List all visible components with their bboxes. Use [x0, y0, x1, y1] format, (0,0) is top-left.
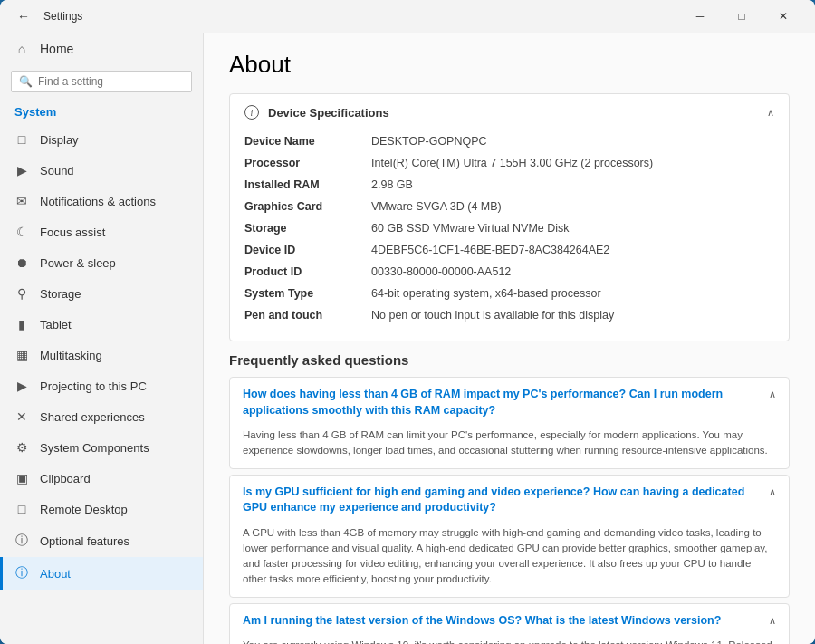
home-icon: ⌂ — [14, 42, 29, 56]
sidebar-label-focus: Focus assist — [40, 226, 105, 239]
sidebar-item-display[interactable]: □ Display — [0, 124, 203, 155]
window-controls: ─ □ ✕ — [679, 0, 804, 33]
device-specs-chevron-icon: ∧ — [767, 107, 774, 119]
faq-item-1: How does having less than 4 GB of RAM im… — [229, 377, 790, 469]
notifications-icon: ✉ — [14, 194, 29, 208]
device-specs-body: Device Name DESKTOP-GOPNQPC Processor In… — [230, 130, 789, 341]
window-title: Settings — [43, 10, 679, 23]
spec-label-device-id: Device ID — [244, 244, 371, 256]
spec-value-pen-touch: No pen or touch input is available for t… — [371, 309, 774, 322]
spec-label-storage: Storage — [244, 222, 371, 235]
remote-icon: □ — [14, 502, 29, 516]
optional-icon: ⓘ — [14, 533, 29, 549]
sidebar-item-notifications[interactable]: ✉ Notifications & actions — [0, 186, 203, 216]
faq-chevron-2-icon: ∧ — [769, 486, 776, 498]
spec-row-processor: Processor Intel(R) Core(TM) Ultra 7 155H… — [244, 152, 774, 174]
faq-question-1: How does having less than 4 GB of RAM im… — [243, 387, 762, 418]
faq-header-1[interactable]: How does having less than 4 GB of RAM im… — [230, 378, 789, 428]
sidebar-item-projecting[interactable]: ▶ Projecting to this PC — [0, 370, 203, 401]
sidebar-item-clipboard[interactable]: ▣ Clipboard — [0, 463, 203, 494]
sidebar-label-about: About — [40, 567, 71, 581]
faq-chevron-1-icon: ∧ — [769, 389, 776, 400]
faq-header-3[interactable]: Am I running the latest version of the W… — [230, 604, 789, 639]
focus-icon: ☾ — [14, 225, 29, 239]
spec-value-processor: Intel(R) Core(TM) Ultra 7 155H 3.00 GHz … — [371, 157, 774, 169]
search-input[interactable] — [38, 75, 184, 88]
spec-label-processor: Processor — [244, 157, 371, 169]
sidebar-item-about[interactable]: ⓘ About — [0, 557, 203, 590]
spec-value-product-id: 00330-80000-00000-AA512 — [371, 265, 774, 278]
faq-answer-2: A GPU with less than 4GB of memory may s… — [230, 525, 789, 597]
sidebar-section-label: System — [0, 101, 203, 124]
sidebar-item-focus[interactable]: ☾ Focus assist — [0, 216, 203, 247]
sidebar-item-system-components[interactable]: ⚙ System Components — [0, 432, 203, 463]
sidebar-item-optional[interactable]: ⓘ Optional features — [0, 524, 203, 557]
search-box: 🔍 — [11, 71, 192, 92]
sidebar-item-shared[interactable]: ✕ Shared experiences — [0, 401, 203, 432]
sidebar-label-optional: Optional features — [40, 534, 129, 548]
device-specs-header[interactable]: i Device Specifications ∧ — [230, 94, 789, 130]
spec-row-system-type: System Type 64-bit operating system, x64… — [244, 283, 774, 304]
faq-chevron-3-icon: ∧ — [769, 615, 776, 627]
spec-row-graphics: Graphics Card VMware SVGA 3D (4 MB) — [244, 196, 774, 217]
system-components-icon: ⚙ — [14, 440, 29, 455]
spec-row-pen-touch: Pen and touch No pen or touch input is a… — [244, 304, 774, 326]
faq-answer-1: Having less than 4 GB of RAM can limit y… — [230, 428, 789, 468]
minimize-button[interactable]: ─ — [679, 0, 721, 33]
sidebar-label-clipboard: Clipboard — [40, 472, 91, 485]
sidebar-item-remote[interactable]: □ Remote Desktop — [0, 494, 203, 524]
faq-section: Frequently asked questions How does havi… — [229, 352, 790, 644]
home-label: Home — [40, 42, 73, 56]
sidebar-item-storage[interactable]: ⚲ Storage — [0, 278, 203, 309]
maximize-button[interactable]: □ — [721, 0, 762, 33]
sidebar-item-sound[interactable]: ▶ Sound — [0, 155, 203, 186]
sidebar-label-sound: Sound — [40, 164, 74, 178]
sidebar-item-tablet[interactable]: ▮ Tablet — [0, 309, 203, 340]
faq-question-3: Am I running the latest version of the W… — [243, 613, 762, 630]
spec-row-device-name: Device Name DESKTOP-GOPNQPC — [244, 130, 774, 152]
spec-value-device-id: 4DEBF5C6-1CF1-46BE-BED7-8AC384264AE2 — [371, 244, 774, 256]
spec-value-system-type: 64-bit operating system, x64-based proce… — [371, 287, 774, 300]
sidebar-item-power[interactable]: ⏺ Power & sleep — [0, 247, 203, 278]
sidebar-label-remote: Remote Desktop — [40, 503, 128, 516]
spec-label-system-type: System Type — [244, 287, 371, 300]
faq-answer-3: You are currently using Windows 10, it's… — [230, 638, 789, 644]
spec-label-device-name: Device Name — [244, 135, 371, 148]
faq-title: Frequently asked questions — [229, 352, 790, 368]
settings-window: ← Settings ─ □ ✕ ⌂ Home 🔍 System □ Displ… — [0, 0, 815, 644]
main-content: About i Device Specifications ∧ Device N… — [204, 33, 815, 644]
spec-row-ram: Installed RAM 2.98 GB — [244, 174, 774, 196]
storage-icon: ⚲ — [14, 286, 29, 301]
spec-label-ram: Installed RAM — [244, 178, 371, 191]
tablet-icon: ▮ — [14, 317, 29, 332]
spec-value-graphics: VMware SVGA 3D (4 MB) — [371, 200, 774, 213]
faq-header-2[interactable]: Is my GPU sufficient for high end gaming… — [230, 476, 789, 525]
device-specs-info-icon: i — [244, 105, 259, 120]
sidebar-item-home[interactable]: ⌂ Home — [0, 33, 203, 65]
content-area: ⌂ Home 🔍 System □ Display ▶ Sound ✉ Noti… — [0, 33, 815, 644]
page-title: About — [229, 51, 790, 79]
clipboard-icon: ▣ — [14, 471, 29, 485]
close-button[interactable]: ✕ — [762, 0, 804, 33]
faq-question-2: Is my GPU sufficient for high end gaming… — [243, 485, 762, 516]
spec-label-product-id: Product ID — [244, 265, 371, 278]
back-button[interactable]: ← — [11, 4, 36, 29]
sidebar-label-power: Power & sleep — [40, 256, 116, 270]
shared-icon: ✕ — [14, 409, 29, 424]
sidebar-item-multitasking[interactable]: ▦ Multitasking — [0, 340, 203, 370]
about-icon: ⓘ — [14, 565, 29, 582]
spec-row-product-id: Product ID 00330-80000-00000-AA512 — [244, 261, 774, 283]
device-specs-header-left: i Device Specifications — [244, 105, 389, 120]
sidebar-label-shared: Shared experiences — [40, 410, 145, 424]
spec-value-device-name: DESKTOP-GOPNQPC — [371, 135, 774, 148]
device-specs-title: Device Specifications — [268, 106, 389, 120]
device-specs-card: i Device Specifications ∧ Device Name DE… — [229, 93, 790, 341]
sidebar-label-tablet: Tablet — [40, 318, 72, 332]
faq-item-3: Am I running the latest version of the W… — [229, 603, 790, 645]
search-icon: 🔍 — [19, 75, 33, 88]
sidebar: ⌂ Home 🔍 System □ Display ▶ Sound ✉ Noti… — [0, 33, 204, 644]
projecting-icon: ▶ — [14, 379, 29, 393]
power-icon: ⏺ — [14, 255, 29, 270]
sidebar-label-notifications: Notifications & actions — [40, 195, 156, 208]
faq-item-2: Is my GPU sufficient for high end gaming… — [229, 475, 790, 598]
